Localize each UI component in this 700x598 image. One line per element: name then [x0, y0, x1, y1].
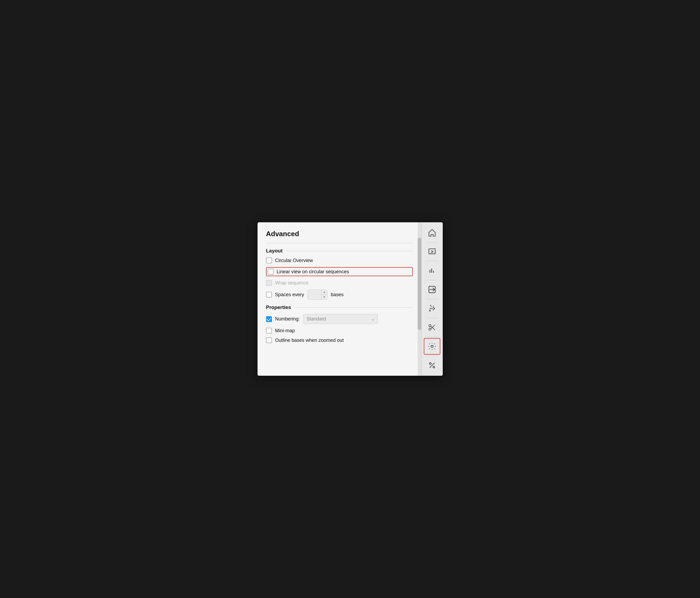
circular-overview-label: Circular Overview: [275, 258, 313, 264]
outline-bases-checkbox[interactable]: [266, 337, 272, 343]
layout-section-title: Layout: [266, 248, 283, 254]
properties-section-title: Properties: [266, 304, 291, 310]
chart-icon: [428, 266, 436, 275]
circular-overview-row: Circular Overview: [266, 257, 413, 264]
top-divider: [266, 243, 413, 243]
layout-section-line: [286, 251, 413, 251]
settings-icon: [428, 342, 436, 351]
linear-view-row: Linear view on circular sequences: [266, 267, 413, 276]
scrollbar-thumb[interactable]: [418, 238, 421, 330]
spaces-every-spinner: ▲ ▼: [321, 290, 327, 299]
spaces-every-input[interactable]: 10: [308, 291, 321, 299]
export-button[interactable]: [424, 281, 440, 298]
scissors-icon: [428, 323, 436, 332]
sidebar-divider-6: [426, 337, 438, 337]
spaces-every-suffix: bases: [331, 292, 344, 298]
home-button[interactable]: [424, 224, 440, 241]
properties-section-line: [294, 307, 412, 308]
linear-view-checkbox[interactable]: [268, 269, 274, 275]
mini-map-row: Mini-map: [266, 328, 413, 333]
wrap-sequence-row: Wrap sequence: [266, 280, 413, 286]
spaces-every-checkbox[interactable]: [266, 292, 272, 298]
spaces-every-decrement[interactable]: ▼: [321, 295, 327, 299]
present-button[interactable]: [424, 243, 440, 260]
mini-map-checkbox[interactable]: [266, 328, 272, 333]
properties-section: Properties Numbering: Standard ⌄ Mini-ma…: [266, 304, 413, 343]
layout-section: Layout Circular Overview Linear view on …: [266, 248, 413, 300]
settings-button[interactable]: [424, 338, 440, 355]
svg-point-13: [429, 363, 431, 365]
numbering-label: Numbering:: [275, 316, 300, 322]
scissors-button[interactable]: [424, 319, 440, 336]
forward-button[interactable]: ?: [424, 300, 440, 317]
main-panel: Advanced Layout Circular Overview Linear…: [257, 222, 421, 376]
forward-icon: ?: [428, 304, 436, 313]
svg-point-5: [429, 310, 430, 311]
percent-button[interactable]: [424, 357, 440, 374]
scrollbar-track[interactable]: [418, 222, 421, 376]
panel-title: Advanced: [266, 230, 413, 238]
svg-text:?: ?: [433, 305, 434, 308]
wrap-sequence-checkbox[interactable]: [266, 280, 272, 286]
wrap-sequence-label: Wrap sequence: [275, 280, 309, 286]
mini-map-label: Mini-map: [275, 328, 295, 333]
numbering-checkbox[interactable]: [266, 316, 272, 322]
properties-section-header: Properties: [266, 304, 413, 310]
svg-point-14: [433, 366, 435, 368]
export-icon: [428, 285, 436, 294]
sidebar: ?: [421, 222, 443, 376]
spaces-every-row: Spaces every 10 ▲ ▼ bases: [266, 290, 413, 300]
circular-overview-checkbox[interactable]: [266, 257, 272, 264]
numbering-dropdown-value: Standard: [307, 316, 371, 322]
sidebar-divider-7: [426, 356, 438, 356]
outline-bases-label: Outline bases when zoomed out: [275, 338, 344, 343]
spaces-every-input-wrapper: 10 ▲ ▼: [307, 290, 328, 300]
percent-icon: [428, 361, 436, 370]
numbering-row: Numbering: Standard ⌄: [266, 314, 413, 324]
spaces-every-increment[interactable]: ▲: [321, 290, 327, 295]
sidebar-divider-1: [426, 242, 438, 242]
numbering-dropdown[interactable]: Standard ⌄: [303, 314, 378, 324]
linear-view-label: Linear view on circular sequences: [277, 269, 349, 275]
layout-section-header: Layout: [266, 248, 413, 254]
present-icon: [428, 247, 436, 256]
svg-line-12: [430, 363, 435, 368]
sidebar-divider-2: [426, 261, 438, 261]
outline-bases-row: Outline bases when zoomed out: [266, 337, 413, 343]
app-container: Advanced Layout Circular Overview Linear…: [257, 222, 444, 376]
chart-button[interactable]: [424, 262, 440, 279]
spaces-every-label: Spaces every: [275, 292, 304, 298]
chevron-down-icon: ⌄: [371, 317, 374, 322]
home-icon: [428, 228, 436, 237]
svg-point-11: [431, 345, 433, 347]
